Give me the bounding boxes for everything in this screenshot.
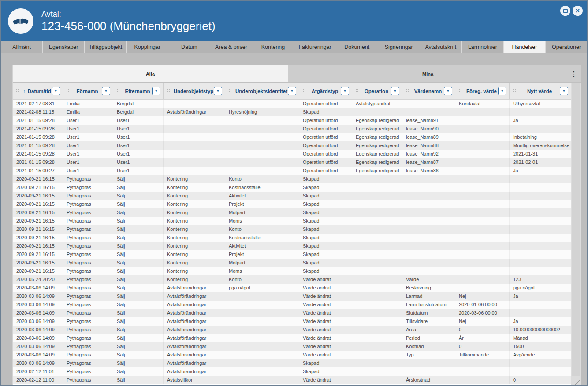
table-row[interactable]: 2020-09-21 16:15PythagorasSäljKonteringK… (13, 183, 571, 192)
tab-allmänt[interactable]: Allmänt (1, 41, 43, 53)
table-row[interactable]: 2020-09-21 16:15PythagorasSäljKonteringM… (13, 208, 571, 217)
filter-icon[interactable]: ▼ (560, 87, 568, 95)
table-row[interactable]: 2021-01-15 09:28User1User1Operation utfö… (13, 125, 571, 133)
table-row[interactable]: 2020-03-06 14:09PythagorasSäljAvtalsförä… (13, 334, 571, 342)
tab-operationer[interactable]: Operationer (546, 41, 587, 53)
table-row[interactable]: 2020-02-12 11:01PythagorasSäljAvtalsförä… (13, 367, 571, 376)
cell-datum-tid: 2020-03-06 14:09 (13, 326, 63, 334)
tab-larmnotiser[interactable]: Larmnotiser (462, 41, 504, 53)
table-row[interactable]: 2021-02-08 11:15EmiliaBergdalAvtalsförän… (13, 108, 571, 116)
table-row[interactable]: 2021-01-15 09:27User1User1Operation utfö… (13, 167, 571, 175)
table-row[interactable]: 2020-09-21 16:15PythagorasSäljKonteringM… (13, 217, 571, 225)
drag-handle-icon[interactable] (513, 89, 514, 90)
cell-åtgärdstyp: Operation utförd (299, 116, 352, 125)
column-header-åtgärdstyp[interactable]: Åtgärdstyp▼ (299, 83, 352, 99)
tab-faktureringar[interactable]: Faktureringar (294, 41, 336, 53)
tab-signeringar[interactable]: Signeringar (378, 41, 420, 53)
drag-handle-icon[interactable] (167, 89, 168, 90)
filter-icon[interactable]: ▼ (214, 87, 222, 95)
scrollbar-thumb[interactable] (572, 83, 580, 376)
filter-icon[interactable]: ▼ (391, 87, 399, 95)
table-row[interactable]: 2021-01-15 09:28User1User1Operation utfö… (13, 150, 571, 158)
drag-handle-icon[interactable] (229, 89, 230, 90)
cell-operation (352, 317, 402, 326)
table-row[interactable]: 2020-03-06 14:09PythagorasSäljAvtalsförä… (13, 284, 571, 292)
restore-button[interactable] (560, 6, 570, 16)
table-row[interactable]: 2020-03-06 14:09PythagorasSäljAvtalsförä… (13, 309, 571, 317)
filter-icon[interactable]: ▼ (52, 87, 60, 95)
drag-handle-icon[interactable] (406, 89, 407, 90)
table-row[interactable]: 2020-09-21 16:15PythagorasSäljKonteringP… (13, 250, 571, 259)
filter-icon[interactable]: ▼ (498, 87, 506, 95)
column-header-nytt-värde[interactable]: Nytt värde▼ (510, 83, 571, 99)
column-header-föreg-värde[interactable]: Föreg. värde▼ (455, 83, 510, 99)
drag-handle-icon[interactable] (303, 89, 304, 90)
column-header-underobjektsidentitet[interactable]: Underobjektsidentitet▼ (225, 83, 299, 99)
table-row[interactable]: 2020-09-21 16:15PythagorasSäljKonteringK… (13, 175, 571, 183)
table-row[interactable]: 2020-03-06 14:09PythagorasSäljAvtalsförä… (13, 326, 571, 334)
tab-area-priser[interactable]: Area & priser (210, 41, 252, 53)
table-row[interactable]: 2020-09-21 16:15PythagorasSäljKonteringK… (13, 225, 571, 234)
drag-handle-icon[interactable] (459, 89, 460, 90)
table-row[interactable]: 2021-01-15 09:28User1User1Operation utfö… (13, 133, 571, 141)
table-row[interactable]: 2020-03-06 14:09PythagorasSäljAvtalsförä… (13, 359, 571, 367)
tab-tilläggsobjekt[interactable]: Tilläggsobjekt (85, 41, 127, 53)
cell-efternamn: Sälj (113, 200, 164, 208)
tab-datum[interactable]: Datum (168, 41, 210, 53)
resize-grip-icon[interactable] (574, 379, 580, 385)
cell-datum-tid: 2020-09-21 16:15 (13, 200, 63, 208)
filter-icon[interactable]: ▼ (288, 87, 296, 95)
table-row[interactable]: 2020-02-12 11:00PythagorasSäljAvtalsvill… (13, 376, 571, 384)
column-header-operation[interactable]: Operation▼ (352, 83, 402, 99)
column-header-värdenamn[interactable]: Värdenamn▼ (402, 83, 455, 99)
tab-egenskaper[interactable]: Egenskaper (43, 41, 85, 53)
table-row[interactable]: 2020-09-21 16:15PythagorasSäljKonteringM… (13, 259, 571, 267)
view-tab-alla[interactable]: Alla (13, 65, 288, 82)
table-row[interactable]: 2020-09-21 16:15PythagorasSäljKonteringP… (13, 200, 571, 208)
cell-nytt-värde (510, 175, 571, 183)
view-tab-mina[interactable]: Mina (288, 65, 567, 82)
table-row[interactable]: 2020-09-21 16:15PythagorasSäljKonteringA… (13, 192, 571, 200)
table-row[interactable]: 2020-03-06 14:09PythagorasSäljAvtalsförä… (13, 351, 571, 359)
tab-avtalsutskrift[interactable]: Avtalsutskrift (420, 41, 462, 53)
table-row[interactable]: 2021-01-15 09:28User1User1Operation utfö… (13, 116, 571, 125)
cell-nytt-värde (510, 225, 571, 234)
filter-icon[interactable]: ▼ (444, 87, 452, 95)
tab-händelser[interactable]: Händelser (504, 41, 546, 53)
cell-förnamn: Pythagoras (63, 292, 113, 301)
table-row[interactable]: 2021-01-15 09:28User1User1Operation utfö… (13, 158, 571, 167)
column-header-datum-tid[interactable]: ↑ Datum/tid▼ (13, 83, 63, 99)
filter-icon[interactable]: ▼ (102, 87, 110, 95)
column-header-underobjektstyp[interactable]: Underobjektstyp▼ (164, 83, 225, 99)
cell-värdenamn (402, 183, 455, 192)
page-title: Avtal: 123-456-000 (Münchenbryggeriet) (41, 9, 216, 33)
table-row[interactable]: 2020-03-06 14:09PythagorasSäljAvtalsförä… (13, 342, 571, 351)
table-row[interactable]: 2020-09-21 16:15PythagorasSäljKonteringA… (13, 242, 571, 250)
cell-förnamn: Pythagoras (63, 242, 113, 250)
vertical-scrollbar[interactable] (571, 83, 581, 385)
cell-efternamn: Bergdal (113, 108, 164, 116)
table-row[interactable]: 2020-05-24 20:20PythagorasSäljKonteringK… (13, 275, 571, 284)
table-row[interactable]: 2021-02-17 08:31EmiliaBergdalOperation u… (13, 100, 571, 108)
drag-handle-icon[interactable] (16, 89, 17, 90)
tab-kopplingar[interactable]: Kopplingar (127, 41, 168, 53)
table-row[interactable]: 2021-01-15 09:28User1User1Operation utfö… (13, 141, 571, 150)
table-row[interactable]: 2020-03-06 14:09PythagorasSäljAvtalsförä… (13, 292, 571, 301)
tab-kontering[interactable]: Kontering (252, 41, 294, 53)
column-header-efternamn[interactable]: Efternamn▼ (113, 83, 164, 99)
table-row[interactable]: 2020-09-21 16:15PythagorasSäljKonteringK… (13, 234, 571, 242)
table-row[interactable]: 2020-09-21 16:15PythagorasSäljKonteringM… (13, 267, 571, 275)
tab-dokument[interactable]: Dokument (336, 41, 378, 53)
drag-handle-icon[interactable] (67, 89, 67, 90)
table-row[interactable]: 2020-03-06 14:09PythagorasSäljAvtalsförä… (13, 317, 571, 326)
filter-icon[interactable]: ▼ (152, 87, 160, 95)
drag-handle-icon[interactable] (356, 89, 357, 90)
kebab-menu-icon[interactable]: ⋮ (567, 65, 581, 82)
filter-icon[interactable]: ▼ (341, 87, 349, 95)
cell-efternamn: User1 (113, 141, 164, 150)
column-header-förnamn[interactable]: Förnamn▼ (63, 83, 113, 99)
close-button[interactable]: ✕ (573, 6, 583, 16)
table-row[interactable]: 2020-03-06 14:09PythagorasSäljAvtalsförä… (13, 301, 571, 309)
drag-handle-icon[interactable] (117, 89, 118, 90)
cell-föreg-värde (455, 183, 510, 192)
